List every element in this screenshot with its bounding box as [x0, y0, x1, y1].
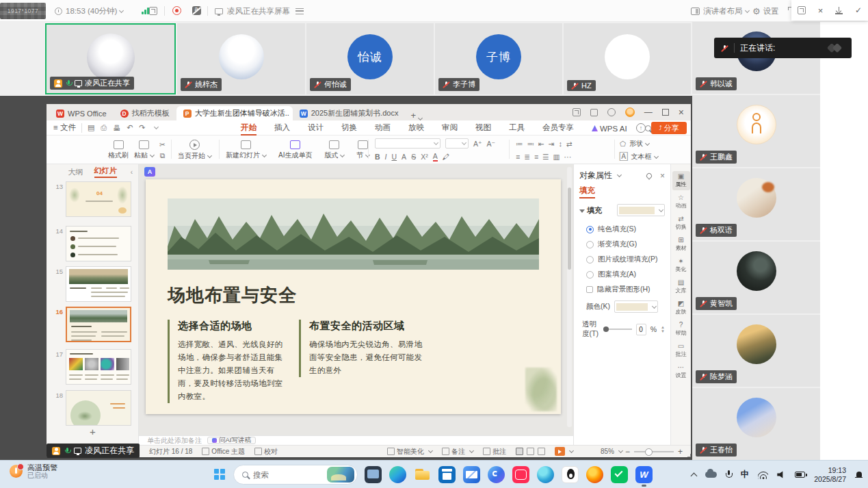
taskbar-search[interactable]	[233, 465, 358, 485]
app-icon-file-explorer[interactable]	[414, 466, 431, 483]
ribbon-tab-wps-ai[interactable]: WPS AI	[592, 123, 627, 136]
ribbon-tab-home[interactable]: 开始	[241, 123, 257, 136]
app-icon-edge[interactable]	[389, 466, 406, 483]
layout-switch-button[interactable]: 演讲者布局	[691, 0, 749, 22]
slide-thumbnail-13[interactable]: 13 04	[52, 181, 134, 217]
paste-button[interactable]: 粘贴	[134, 137, 154, 163]
slide-sorter-view-button[interactable]	[527, 448, 534, 455]
layout-button[interactable]: 版式	[324, 137, 344, 163]
cut-icon[interactable]: ✂	[159, 140, 166, 149]
comments-toggle[interactable]: 批注	[483, 447, 506, 457]
font-style-button[interactable]: A	[402, 153, 406, 161]
text-direction-icon[interactable]: ⇄	[566, 140, 573, 148]
tab-wps-home[interactable]: W WPS Office	[49, 106, 114, 120]
search-daily-image[interactable]	[327, 467, 354, 483]
radio-picture-fill[interactable]: 图片或纹理填充(P)	[574, 252, 670, 267]
user-avatar[interactable]	[625, 107, 635, 117]
ime-indicator[interactable]: 中	[741, 469, 750, 480]
slide-column-left[interactable]: 选择合适的场地 选择宽敞、通风、光线良好的场地，确保参与者舒适且能集中注意力。如…	[168, 320, 289, 403]
tab-word-document[interactable]: W 2025新生团辅策划书.docx	[293, 106, 406, 120]
video-tile[interactable]: 王春怡	[692, 388, 820, 460]
ai-generate-page-button[interactable]: AI生成单页	[278, 137, 312, 163]
add-slide-button[interactable]: +	[47, 426, 139, 437]
opacity-spinner[interactable]: ▲▼	[661, 326, 665, 333]
notes-toggle[interactable]: 备注	[442, 447, 473, 457]
rail-item-beautify[interactable]: ✶美化	[672, 256, 690, 275]
app-icon-xiaohongshu[interactable]	[512, 466, 529, 483]
proofing-button[interactable]: 校对	[254, 447, 278, 457]
superscript-button[interactable]: X²	[421, 153, 428, 161]
outdent-icon[interactable]: ⇤	[538, 140, 544, 148]
smart-beautify-button[interactable]: 智能美化	[387, 447, 432, 457]
app-icon-quark[interactable]	[537, 466, 554, 483]
ribbon-tab-transition[interactable]: 切换	[341, 123, 357, 136]
app-icon-copilot[interactable]	[488, 466, 505, 483]
battery-icon[interactable]	[795, 472, 805, 478]
align-center-icon[interactable]: ≣	[524, 153, 530, 161]
slide-thumbnail-18[interactable]: 18	[52, 390, 134, 426]
share-document-button[interactable]: ⤴分享	[651, 122, 687, 134]
ribbon-tab-insert[interactable]: 插入	[274, 123, 290, 136]
redo-icon[interactable]: ↷	[139, 123, 145, 132]
open-window-icon[interactable]	[149, 7, 157, 15]
video-tile[interactable]: HZ	[564, 23, 691, 94]
video-tile[interactable]: 姚梓杰	[177, 23, 305, 94]
italic-button[interactable]: I	[385, 153, 387, 161]
start-button[interactable]	[214, 469, 225, 480]
output-pdf-icon[interactable]: ⎙	[101, 123, 107, 132]
close-icon[interactable]: ×	[818, 5, 824, 16]
app-icon-qq[interactable]	[562, 466, 579, 483]
help-icon[interactable]	[607, 108, 616, 116]
wps-ai-assistant-icon[interactable]: A	[144, 167, 155, 177]
ribbon-tab-animation[interactable]: 动画	[375, 123, 391, 136]
columns-icon[interactable]: ▥	[553, 153, 560, 161]
opacity-slider[interactable]	[603, 329, 632, 330]
confirm-icon[interactable]: ✓	[855, 5, 862, 15]
canvas-scrollbar[interactable]	[567, 167, 572, 427]
zoom-level[interactable]: 85%	[601, 448, 622, 455]
radio-solid-fill[interactable]: 纯色填充(S)	[574, 222, 670, 237]
video-tile[interactable]: 杨双语	[692, 168, 820, 240]
weather-cloud-icon[interactable]	[705, 472, 717, 478]
video-tile[interactable]: 王鹏鑫	[692, 95, 820, 167]
zoom-slider[interactable]	[634, 451, 674, 452]
close-panel-icon[interactable]: ×	[660, 171, 665, 181]
fill-swatch-select[interactable]	[617, 204, 665, 216]
align-left-icon[interactable]: ≡	[516, 153, 520, 161]
minimize-button[interactable]: —	[644, 107, 653, 117]
ribbon-tab-member[interactable]: 会员专享	[542, 123, 574, 136]
rail-item-animation[interactable]: ☆动画	[672, 192, 690, 211]
video-tile-sharer[interactable]: 凌风正在共享	[45, 23, 176, 94]
app-icon-mail[interactable]	[463, 466, 480, 483]
strikethrough-button[interactable]: S	[411, 153, 416, 161]
rail-item-library[interactable]: ▤文库	[672, 277, 690, 296]
checkbox-hide-background[interactable]: 隐藏背景图形(H)	[574, 282, 670, 297]
capture-icon[interactable]	[573, 108, 581, 116]
slideshow-button[interactable]	[555, 447, 573, 456]
tab-fill[interactable]: 填充	[579, 185, 595, 198]
undo-icon[interactable]: ↶	[127, 123, 133, 132]
slide-canvas[interactable]: A 场地布置与安全	[139, 164, 573, 435]
notification-bell-icon[interactable]	[855, 471, 863, 479]
radio-gradient-fill[interactable]: 渐变填充(G)	[574, 237, 670, 252]
slide-column-right[interactable]: 布置安全的活动区域 确保场地内无尖锐边角、易滑地面等安全隐患，避免任何可能发生的…	[299, 320, 429, 377]
taskbar-clock[interactable]: 19:132025/8/27	[814, 466, 846, 484]
download-icon[interactable]	[835, 7, 843, 14]
new-slide-button[interactable]: 新建幻灯片	[226, 137, 266, 163]
search-input[interactable]	[253, 471, 322, 479]
save-icon[interactable]: ▤	[88, 123, 94, 132]
slide-title[interactable]: 场地布置与安全	[168, 283, 297, 307]
collapse-panel-icon[interactable]: ‹	[131, 168, 133, 176]
decrease-font-icon[interactable]: A⁻	[487, 140, 496, 148]
tab-docer-templates[interactable]: D 找稻壳模板	[114, 106, 176, 120]
ai-speech-draft-button[interactable]: 问AI写讲稿	[207, 437, 256, 444]
font-color-button[interactable]: A	[433, 152, 438, 162]
rail-item-comments[interactable]: ▭批注	[672, 341, 690, 360]
ribbon-tab-slideshow[interactable]: 放映	[408, 123, 424, 136]
font-size-select[interactable]	[445, 138, 469, 149]
slide-16[interactable]: 场地布置与安全 选择合适的场地 选择宽敞、通风、光线良好的场地，确保参与者舒适且…	[146, 179, 561, 414]
shapes-button[interactable]: 形状	[629, 139, 649, 149]
rail-item-skin[interactable]: ◩皮肤	[672, 298, 690, 318]
reading-view-button[interactable]	[538, 448, 545, 455]
app-icon-firefox[interactable]	[586, 466, 603, 483]
